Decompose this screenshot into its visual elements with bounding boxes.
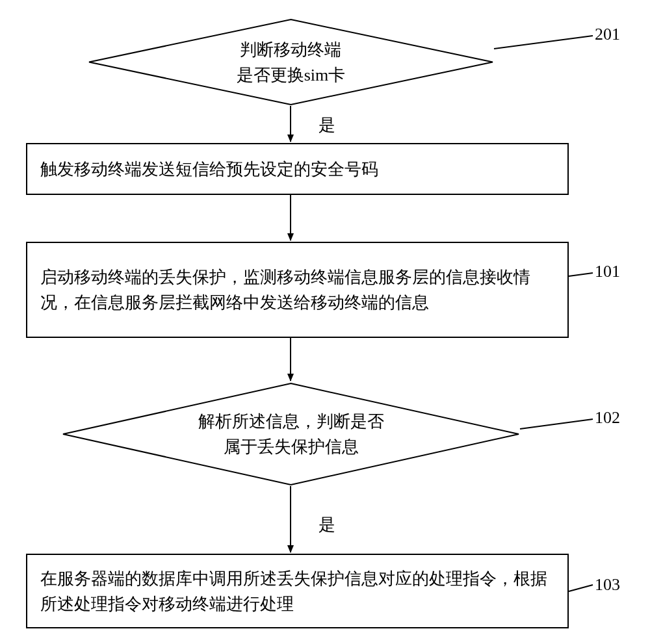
process-monitor-text: 启动移动终端的丢失保护，监测移动终端信息服务层的信息接收情况，在信息服务层拦截网… (40, 264, 554, 315)
process-invoke-instruction: 在服务器端的数据库中调用所述丢失保护信息对应的处理指令，根据所述处理指令对移动终… (26, 554, 569, 628)
svg-line-1 (569, 273, 593, 276)
svg-line-2 (520, 419, 593, 429)
edge-label-yes-2: 是 (318, 513, 335, 536)
decision-sim-change-text: 判断移动终端 是否更换sim卡 (88, 18, 494, 106)
process-invoke-instruction-text: 在服务器端的数据库中调用所述丢失保护信息对应的处理指令，根据所述处理指令对移动终… (40, 566, 554, 617)
decision2-line1: 解析所述信息，判断是否 (198, 412, 384, 431)
reference-label-102: 102 (595, 408, 620, 428)
svg-line-3 (569, 585, 593, 591)
decision1-line2: 是否更换sim卡 (237, 66, 346, 84)
process-send-sms-text: 触发移动终端发送短信给预先设定的安全号码 (40, 157, 378, 182)
decision-sim-change: 判断移动终端 是否更换sim卡 (88, 18, 494, 106)
decision1-line1: 判断移动终端 (240, 40, 341, 59)
svg-line-0 (494, 36, 593, 49)
reference-label-101: 101 (595, 262, 620, 281)
reference-label-103: 103 (595, 575, 620, 595)
decision-loss-info-text: 解析所述信息，判断是否 属于丢失保护信息 (62, 382, 520, 486)
flowchart-canvas: 判断移动终端 是否更换sim卡 是 触发移动终端发送短信给预先设定的安全号码 启… (0, 0, 650, 644)
decision2-line2: 属于丢失保护信息 (224, 437, 359, 456)
decision-loss-info: 解析所述信息，判断是否 属于丢失保护信息 (62, 382, 520, 486)
reference-label-201: 201 (595, 25, 620, 44)
process-send-sms: 触发移动终端发送短信给预先设定的安全号码 (26, 143, 569, 195)
process-monitor: 启动移动终端的丢失保护，监测移动终端信息服务层的信息接收情况，在信息服务层拦截网… (26, 242, 569, 338)
edge-label-yes-1: 是 (318, 114, 335, 136)
